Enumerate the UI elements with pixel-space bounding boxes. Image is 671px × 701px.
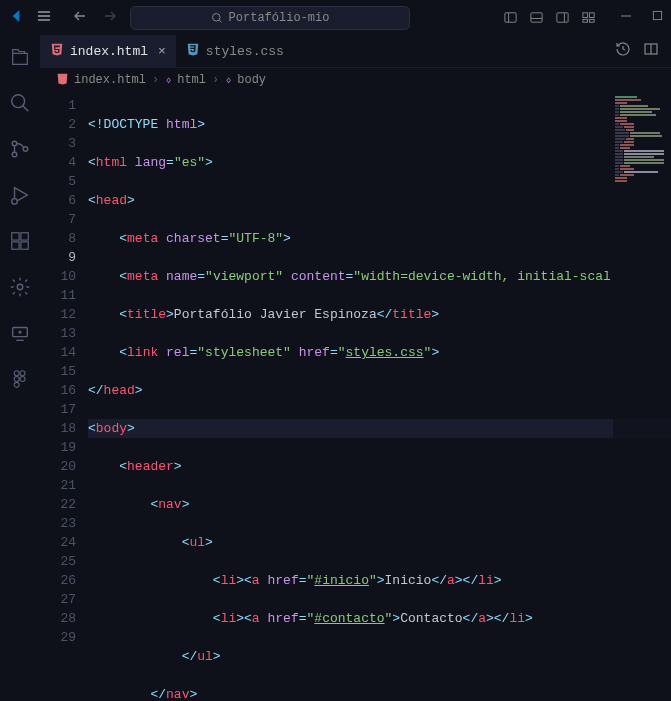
source-control-icon[interactable] xyxy=(8,137,32,161)
tab-label: styles.css xyxy=(206,44,284,59)
svg-point-28 xyxy=(17,284,23,290)
menu-icon[interactable] xyxy=(36,8,52,28)
svg-rect-5 xyxy=(504,13,515,22)
svg-rect-9 xyxy=(556,13,567,22)
minimize-icon[interactable] xyxy=(620,10,632,26)
html-file-icon xyxy=(50,42,64,60)
figma-icon[interactable] xyxy=(8,367,32,391)
svg-rect-11 xyxy=(582,13,587,18)
svg-point-20 xyxy=(12,152,17,157)
editor-area[interactable]: 1234567891011121314151617181920212223242… xyxy=(40,92,671,701)
breadcrumb-item[interactable]: ⬨ body xyxy=(225,73,266,87)
html-file-icon xyxy=(56,72,69,89)
css-file-icon xyxy=(186,42,200,60)
svg-rect-29 xyxy=(13,328,28,337)
titlebar: Portafólio-mio xyxy=(0,0,671,35)
line-gutter: 1234567891011121314151617181920212223242… xyxy=(40,92,88,701)
layout-panel-left-icon[interactable] xyxy=(502,10,518,26)
tab-index-html[interactable]: index.html × xyxy=(40,35,176,67)
svg-point-35 xyxy=(20,371,25,376)
layout-customize-icon[interactable] xyxy=(580,10,596,26)
brackets-icon: ⬨ xyxy=(165,73,172,87)
tabs-bar: index.html × styles.css xyxy=(40,35,671,68)
layout-icons xyxy=(502,10,596,26)
close-icon[interactable]: × xyxy=(158,44,166,59)
maximize-icon[interactable] xyxy=(652,10,663,26)
svg-rect-25 xyxy=(21,233,28,240)
nav-arrows xyxy=(72,8,118,28)
svg-point-36 xyxy=(20,377,25,382)
gear-icon[interactable] xyxy=(8,275,32,299)
main-area: index.html × styles.css index.html › ⬨ h… xyxy=(40,35,671,701)
tab-label: index.html xyxy=(70,44,148,59)
svg-line-18 xyxy=(23,106,29,112)
search-box[interactable]: Portafólio-mio xyxy=(130,6,410,30)
nav-forward-icon[interactable] xyxy=(102,8,118,28)
brackets-icon: ⬨ xyxy=(225,73,232,87)
svg-point-17 xyxy=(12,95,25,108)
titlebar-left xyxy=(8,8,118,28)
titlebar-right xyxy=(502,10,663,26)
svg-rect-12 xyxy=(589,13,594,18)
split-icon[interactable] xyxy=(643,41,659,61)
code-content[interactable]: <!DOCTYPE html> <html lang="es"> <head> … xyxy=(88,92,671,701)
tab-styles-css[interactable]: styles.css xyxy=(176,35,294,67)
svg-rect-7 xyxy=(530,13,541,22)
remote-icon[interactable] xyxy=(8,321,32,345)
svg-rect-14 xyxy=(589,19,594,22)
breadcrumb[interactable]: index.html › ⬨ html › ⬨ body xyxy=(40,68,671,92)
chevron-right-icon: › xyxy=(152,73,159,87)
vscode-logo-icon xyxy=(8,8,24,28)
chevron-right-icon: › xyxy=(212,73,219,87)
svg-point-33 xyxy=(14,377,19,382)
breadcrumb-item[interactable]: index.html xyxy=(56,72,146,89)
history-icon[interactable] xyxy=(615,41,631,61)
svg-point-31 xyxy=(19,331,21,333)
extensions-icon[interactable] xyxy=(8,229,32,253)
svg-rect-13 xyxy=(582,19,587,22)
svg-point-21 xyxy=(23,147,28,152)
svg-point-32 xyxy=(14,371,19,376)
debug-icon[interactable] xyxy=(8,183,32,207)
layout-panel-right-icon[interactable] xyxy=(554,10,570,26)
svg-point-23 xyxy=(12,199,18,205)
activity-bar xyxy=(0,35,40,701)
layout-panel-bottom-icon[interactable] xyxy=(528,10,544,26)
tabs-actions xyxy=(615,35,671,67)
svg-rect-16 xyxy=(653,11,661,19)
svg-rect-27 xyxy=(21,242,28,249)
window-controls xyxy=(620,10,663,26)
search-activity-icon[interactable] xyxy=(8,91,32,115)
svg-line-4 xyxy=(219,20,221,22)
svg-point-34 xyxy=(14,382,19,387)
explorer-icon[interactable] xyxy=(8,45,32,69)
svg-point-19 xyxy=(12,141,17,146)
search-text: Portafólio-mio xyxy=(229,11,330,25)
search-icon xyxy=(211,12,223,24)
nav-back-icon[interactable] xyxy=(72,8,88,28)
svg-rect-26 xyxy=(12,242,19,249)
minimap[interactable] xyxy=(613,92,671,701)
svg-point-3 xyxy=(212,13,220,21)
breadcrumb-item[interactable]: ⬨ html xyxy=(165,73,206,87)
svg-rect-24 xyxy=(12,233,19,240)
